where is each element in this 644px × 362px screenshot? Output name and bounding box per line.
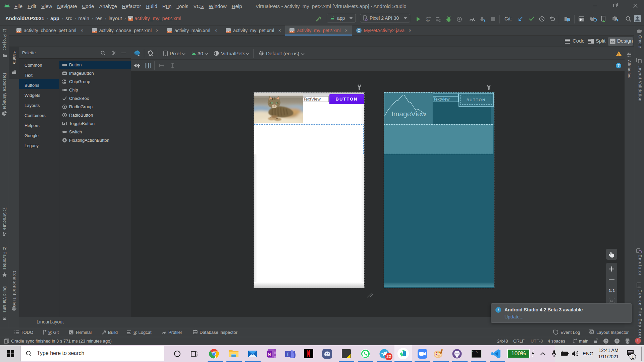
svg-text:A: A <box>427 19 429 21</box>
svg-text:T: T <box>287 352 289 357</box>
svg-text:N: N <box>268 352 271 357</box>
svg-text:C:\>_: C:\>_ <box>472 351 478 353</box>
